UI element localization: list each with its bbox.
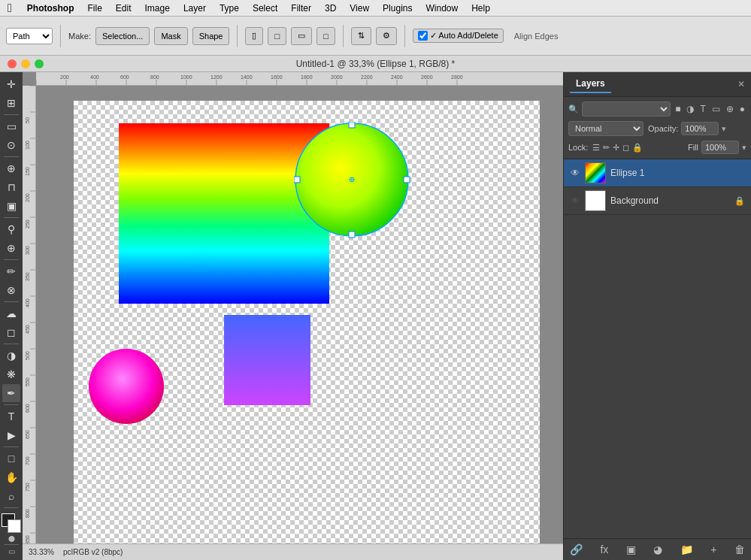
filter-type-icon[interactable]: T [698,102,707,116]
layer-thumbnail-ellipse1 [585,162,606,183]
filter-kind-select[interactable]: Kind [582,101,671,117]
quick-mask-btn[interactable]: ⬤ [0,535,23,542]
new-group-btn[interactable]: 📁 [680,543,693,555]
rainbow-rectangle[interactable] [119,123,329,304]
minimize-button[interactable] [21,59,30,68]
layer-lock-icon: 🔒 [734,196,745,206]
history-brush-tool[interactable]: ☁ [2,304,20,322]
lock-all-btn[interactable]: 🔒 [632,143,643,153]
layer-item-background[interactable]: 👁 Background 🔒 [564,187,751,215]
filter-toggle[interactable]: ● [738,102,746,116]
path-select-tool[interactable]: ▶ [2,426,20,444]
opacity-dropdown-icon[interactable]: ▾ [722,124,726,134]
tool-divider-1 [4,114,19,115]
add-style-btn[interactable]: fx [600,543,608,555]
tool-divider-3 [4,217,19,218]
new-layer-btn[interactable]: + [710,543,716,555]
menu-filter[interactable]: Filter [285,2,317,15]
apple-logo[interactable]:  [0,2,20,15]
layers-tab[interactable]: Layers [570,75,611,93]
type-tool[interactable]: T [2,407,20,425]
menu-type[interactable]: Type [213,2,245,15]
intersect-paths-btn[interactable]: ▭ [291,27,312,45]
move-tool[interactable]: ✛ [2,75,20,93]
pen-tool[interactable]: ✒ [2,384,20,402]
frame-tool[interactable]: ▣ [2,197,20,215]
horizontal-ruler [36,72,563,86]
menu-image[interactable]: Image [139,2,176,15]
link-layers-btn[interactable]: 🔗 [570,543,583,555]
filter-shape-icon[interactable]: ▭ [710,102,722,116]
zoom-tool[interactable]: ⌕ [2,487,20,505]
opacity-control: Opacity: ▾ [648,122,726,135]
layer-visibility-background[interactable]: 👁 [570,195,580,206]
tool-divider-2 [4,156,19,157]
delete-layer-btn[interactable]: 🗑 [734,543,745,555]
gradient-tool[interactable]: ◑ [2,347,20,365]
blur-tool[interactable]: ❋ [2,365,20,383]
menu-file[interactable]: File [82,2,108,15]
menu-window[interactable]: Window [419,2,464,15]
small-blue-rectangle[interactable] [224,315,310,405]
lock-image-btn[interactable]: ✏ [603,143,610,153]
selection-button[interactable]: Selection... [95,27,150,45]
fill-input[interactable] [701,141,739,154]
quick-selection-tool[interactable]: ⊕ [2,159,20,177]
opacity-input[interactable] [681,122,719,135]
shape-tool[interactable]: □ [2,450,20,468]
auto-add-delete-btn[interactable]: ✓ Auto Add/Delete [413,29,504,43]
canvas-wrapper[interactable] [36,86,563,543]
mask-button[interactable]: Mask [154,27,187,45]
hand-tool[interactable]: ✋ [2,468,20,486]
canvas-area[interactable]: 33.33% pcIRGB v2 (8bpc) [23,72,563,560]
make-label: Make: [68,32,91,41]
path-type-select[interactable]: Path Shape Pixels [6,28,53,44]
menu-layer[interactable]: Layer [177,2,212,15]
filter-pixel-icon[interactable]: ■ [674,102,682,116]
fill-label: Fill [688,143,698,152]
lock-position-btn[interactable]: ✛ [613,143,619,153]
artboard-tool[interactable]: ⊞ [2,94,20,112]
menu-3d[interactable]: 3D [319,2,342,15]
filter-smart-icon[interactable]: ⊕ [725,102,735,116]
close-button[interactable] [8,59,17,68]
auto-add-checkbox[interactable] [418,31,428,41]
lock-artboard-btn[interactable]: ◻ [622,143,629,153]
healing-tool[interactable]: ⊕ [2,239,20,257]
menu-items: File Edit Image Layer Type Select Filter… [82,2,496,15]
panel-collapse-btn[interactable]: ✕ [737,79,745,89]
separator-2 [237,25,238,47]
new-fill-layer-btn[interactable]: ◕ [653,543,662,555]
lasso-tool[interactable]: ⊙ [2,136,20,154]
menu-help[interactable]: Help [465,2,496,15]
background-color[interactable] [8,519,21,533]
blend-mode-select[interactable]: Normal Dissolve Multiply Screen Overlay [568,121,643,136]
settings-btn[interactable]: ⚙ [376,27,397,45]
arrange-btn[interactable]: ⇅ [351,27,371,45]
shape-button[interactable]: Shape [192,27,230,45]
large-gradient-circle[interactable] [295,123,408,236]
filter-adjust-icon[interactable]: ◑ [685,102,695,116]
menu-plugins[interactable]: Plugins [377,2,418,15]
maximize-button[interactable] [35,59,44,68]
screen-mode-btn[interactable]: ▭ [8,547,15,555]
layer-item-ellipse1[interactable]: 👁 Ellipse 1 [564,159,751,187]
add-mask-btn[interactable]: ▣ [626,543,636,555]
combine-paths-btn[interactable]: ▯ [245,27,263,45]
subtract-paths-btn[interactable]: □ [268,27,286,45]
exclude-paths-btn[interactable]: □ [316,27,335,45]
clone-tool[interactable]: ⊗ [2,281,20,299]
crop-tool[interactable]: ⊓ [2,178,20,196]
menu-select[interactable]: Select [247,2,283,15]
layer-visibility-ellipse1[interactable]: 👁 [570,168,580,178]
eraser-tool[interactable]: ◻ [2,323,20,341]
eyedropper-tool[interactable]: ⚲ [2,220,20,238]
menu-edit[interactable]: Edit [110,2,138,15]
fill-dropdown-icon[interactable]: ▾ [742,143,746,153]
tool-divider-9 [4,507,19,508]
lock-transparent-btn[interactable]: ☰ [592,143,600,153]
small-magenta-circle[interactable] [89,349,164,424]
menu-view[interactable]: View [344,2,375,15]
marquee-tool[interactable]: ▭ [2,117,20,135]
brush-tool[interactable]: ✏ [2,262,20,280]
